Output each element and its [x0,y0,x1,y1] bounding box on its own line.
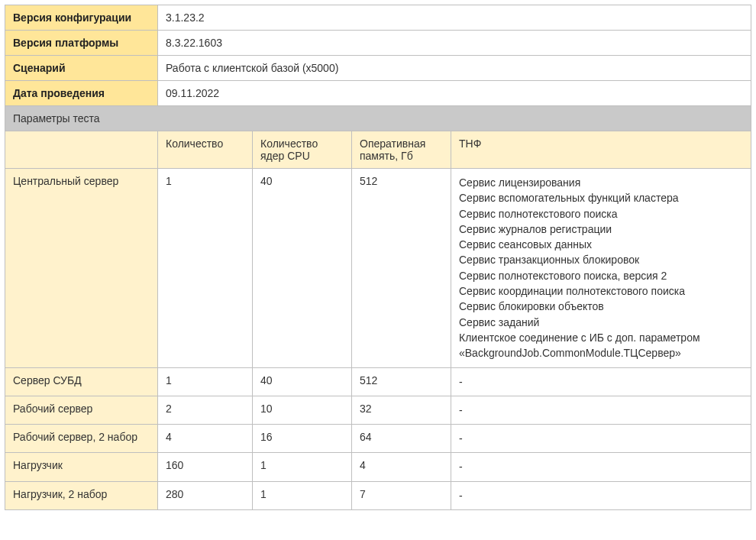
col-ram: Оперативная память, Гб [352,131,451,169]
row-ram: 512 [352,367,451,396]
test-parameters-table: Версия конфигурации 3.1.23.2 Версия плат… [5,5,751,510]
row-qty: 1 [158,169,253,368]
row-qty: 1 [158,367,253,396]
table-row: Нагрузчик, 2 набор28017- [5,481,751,509]
column-headers: Количество Количество ядер CPU Оперативн… [5,131,751,169]
row-name: Сервер СУБД [5,367,158,396]
section-title: Параметры теста [5,106,751,131]
tnf-line: Клиентское соединение с ИБ с доп. параме… [459,330,743,361]
tnf-line: Сервис журналов регистрации [459,221,743,237]
label-scenario: Сценарий [5,56,158,81]
row-tnf: - [451,367,751,396]
value-config-version: 3.1.23.2 [158,5,751,31]
tnf-line: - [459,488,743,503]
row-date: Дата проведения 09.11.2022 [5,81,751,106]
row-scenario: Сценарий Работа с клиентской базой (x500… [5,56,751,81]
row-name: Нагрузчик, 2 набор [5,481,158,509]
label-date: Дата проведения [5,81,158,106]
row-cores: 40 [253,169,352,368]
tnf-line: Сервис полнотекстового поиска, версия 2 [459,268,743,283]
row-name: Центральный сервер [5,169,158,368]
row-cores: 16 [253,425,352,453]
row-tnf: - [451,481,751,509]
tnf-line: Сервис лицензирования [459,175,743,190]
col-name [5,131,158,169]
tnf-line: Сервис заданий [459,315,743,330]
tnf-line: - [459,374,743,390]
row-cores: 10 [253,396,352,424]
row-ram: 7 [352,481,451,509]
col-cores: Количество ядер CPU [253,131,352,169]
row-tnf: Сервис лицензированияСервис вспомогатель… [451,169,751,368]
row-cores: 1 [253,481,352,509]
tnf-line: Сервис блокировки объектов [459,299,743,314]
row-qty: 160 [158,453,253,481]
table-row: Рабочий сервер, 2 набор41664- [5,425,751,453]
row-qty: 280 [158,481,253,509]
row-name: Рабочий сервер, 2 набор [5,425,158,453]
row-name: Рабочий сервер [5,396,158,424]
value-scenario: Работа с клиентской базой (x5000) [158,56,751,81]
label-config-version: Версия конфигурации [5,5,158,31]
col-tnf: ТНФ [451,131,751,169]
table-row: Нагрузчик16014- [5,453,751,481]
value-date: 09.11.2022 [158,81,751,106]
tnf-line: - [459,403,743,418]
table-row: Центральный сервер140512Сервис лицензиро… [5,169,751,368]
row-ram: 32 [352,396,451,424]
row-tnf: - [451,396,751,424]
row-qty: 2 [158,396,253,424]
tnf-line: Сервис сеансовых данных [459,237,743,252]
table-row: Сервер СУБД140512- [5,367,751,396]
row-cores: 1 [253,453,352,481]
value-platform-version: 8.3.22.1603 [158,31,751,56]
tnf-line: Сервис координации полнотекстового поиск… [459,283,743,299]
label-platform-version: Версия платформы [5,31,158,56]
col-qty: Количество [158,131,253,169]
row-cores: 40 [253,367,352,396]
row-name: Нагрузчик [5,453,158,481]
tnf-line: - [459,459,743,474]
table-row: Рабочий сервер21032- [5,396,751,424]
row-platform-version: Версия платформы 8.3.22.1603 [5,31,751,56]
row-ram: 4 [352,453,451,481]
row-qty: 4 [158,425,253,453]
row-tnf: - [451,453,751,481]
tnf-line: Сервис полнотекстового поиска [459,206,743,221]
row-ram: 512 [352,169,451,368]
section-header: Параметры теста [5,106,751,131]
row-config-version: Версия конфигурации 3.1.23.2 [5,5,751,31]
tnf-line: Сервис транзакционных блокировок [459,252,743,267]
row-tnf: - [451,425,751,453]
tnf-line: - [459,431,743,446]
tnf-line: Сервис вспомогательных функций кластера [459,190,743,205]
row-ram: 64 [352,425,451,453]
